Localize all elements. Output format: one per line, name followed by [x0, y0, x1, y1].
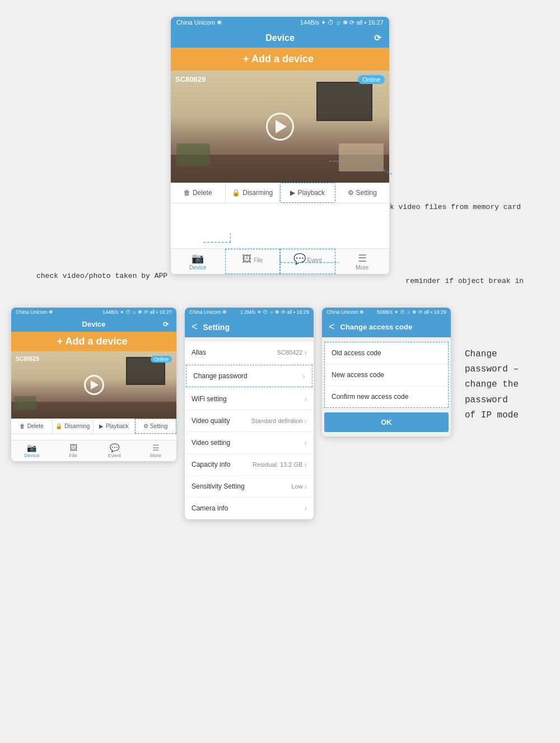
small-nav-bar: 📷 Device 🖼 File 💬 Event ☰ More — [11, 440, 176, 461]
small-setting-btn[interactable]: ⚙ Setting — [135, 419, 177, 434]
nav-file-label: File — [254, 257, 263, 263]
access-screen: China Unicom ❋ 508B/s ✦ ⏱ ☼ ❋ ⟳ all ▪ 16… — [322, 308, 451, 436]
small-spacer — [11, 434, 176, 440]
small-delete-label: Delete — [27, 423, 44, 429]
sensitivity-chevron: › — [304, 482, 307, 491]
playback-label: Playback — [297, 189, 325, 197]
small-status-left: China Unicom ❋ — [16, 309, 53, 315]
ok-label: OK — [381, 418, 392, 426]
small-add-device[interactable]: + Add a device — [11, 332, 176, 351]
trash-icon: 🗑 — [184, 189, 190, 197]
setting-item-sensitivity[interactable]: Sensitivity Setting Low › — [185, 476, 314, 498]
capacity-label: Capacity info — [192, 461, 230, 468]
small-app-header: Device ⟳ — [11, 317, 176, 332]
confirm-access-code-field[interactable]: Confirm new access code — [325, 386, 448, 407]
delete-button[interactable]: 🗑 Delete — [171, 183, 226, 203]
setting-item-video-quality[interactable]: Video quality Standard definition › — [185, 410, 314, 432]
desc-line3: of IP mode — [465, 408, 543, 423]
access-back-icon[interactable]: < — [329, 321, 335, 333]
small-status-bar: China Unicom ❋ 144B/s ✦ ⏱ ☼ ❋ ⟳ all ▪ 16… — [11, 308, 176, 317]
small-nav-file-label: File — [69, 453, 77, 458]
old-access-code-field[interactable]: Old access code — [325, 342, 448, 364]
setting-list: Alias SC80422 › Change password › WiFi s… — [185, 342, 314, 519]
nav-more[interactable]: ☰ More — [335, 249, 390, 274]
small-nav-event[interactable]: 💬 Event — [94, 440, 136, 461]
access-status-right: 508B/s ✦ ⏱ ☼ ❋ ⟳ all ▪ 16:29 — [377, 309, 446, 315]
sensitivity-value: Low › — [291, 482, 307, 491]
bottom-description: Change password – change the password of… — [459, 341, 549, 429]
small-trash-icon: 🗑 — [20, 423, 25, 429]
nav-device-label: Device — [189, 264, 207, 271]
online-badge: Online — [358, 75, 385, 84]
disarming-button[interactable]: 🔒 Disarming — [226, 183, 281, 203]
camera-preview[interactable]: SC80629 Online — [171, 71, 389, 183]
access-header: < Change access code — [322, 317, 451, 337]
app-header: Device ⟳ — [171, 29, 389, 48]
setting-item-wifi[interactable]: WiFi setting › — [185, 388, 314, 410]
password-chevron: › — [302, 372, 305, 380]
small-device-icon: 📷 — [27, 444, 36, 452]
disarm-icon: 🔒 — [232, 189, 240, 197]
nav-event[interactable]: 💬 Event — [280, 249, 335, 274]
small-disarming-label: Disarming — [64, 423, 90, 429]
nav-event-label: Event — [307, 257, 322, 263]
small-online-badge: Online — [151, 356, 172, 363]
event-annotation: reminder if object break in — [405, 277, 524, 285]
nav-file[interactable]: 🖼 File — [225, 249, 281, 274]
small-play-button[interactable] — [84, 375, 104, 395]
setting-item-camera[interactable]: Camera info › — [185, 498, 314, 519]
setting-header: < Setting — [185, 317, 314, 337]
small-camera-preview[interactable]: SC80629 Online — [11, 351, 176, 419]
new-access-code-field[interactable]: New access code — [325, 364, 448, 386]
more-nav-icon: ☰ — [358, 253, 367, 263]
add-device-button[interactable]: + Add a device — [171, 48, 389, 71]
small-nav-device[interactable]: 📷 Device — [11, 440, 53, 461]
event-nav-icon: 💬 — [293, 253, 306, 264]
video-setting-label: Video setting — [192, 439, 230, 447]
play-button[interactable] — [266, 113, 294, 141]
small-playback-label: Playback — [106, 423, 129, 429]
video-quality-label: Video quality — [192, 417, 230, 425]
file-nav-icon: 🖼 — [242, 253, 252, 264]
setting-label: Setting — [356, 189, 377, 197]
small-more-icon: ☰ — [152, 444, 160, 452]
video-quality-value: Standard definition › — [251, 416, 307, 425]
small-nav-more[interactable]: ☰ More — [135, 440, 176, 461]
access-status-left: China Unicom ❋ — [326, 309, 364, 315]
setting-title: Setting — [203, 323, 230, 332]
small-disarm-icon: 🔒 — [55, 423, 62, 429]
small-nav-file[interactable]: 🖼 File — [53, 440, 94, 461]
desc-line2: change the password — [465, 377, 543, 407]
small-disarming-btn[interactable]: 🔒 Disarming — [53, 419, 94, 434]
setting-item-video-setting[interactable]: Video setting › — [185, 432, 314, 454]
small-delete-btn[interactable]: 🗑 Delete — [11, 419, 53, 434]
small-nav-device-label: Device — [24, 453, 40, 458]
small-phone-frame: China Unicom ❋ 144B/s ✦ ⏱ ☼ ❋ ⟳ all ▪ 16… — [11, 308, 176, 461]
alias-chevron: › — [304, 348, 307, 357]
refresh-icon[interactable]: ⟳ — [374, 33, 381, 43]
desc-line1: Change password – — [465, 347, 543, 377]
password-label: Change password — [193, 372, 248, 380]
small-play-icon — [91, 380, 99, 389]
action-bar: 🗑 Delete 🔒 Disarming ▶ Playback ⚙ Settin… — [171, 183, 389, 203]
setting-button[interactable]: ⚙ Setting — [335, 183, 390, 203]
back-arrow-icon[interactable]: < — [192, 321, 198, 333]
access-form: Old access code New access code Confirm … — [324, 342, 449, 408]
small-refresh-icon[interactable]: ⟳ — [163, 321, 169, 328]
top-section: China Unicom ❋ 144B/s ✦ ⏱ ☼ ❋ ⟳ all ▪ 16… — [28, 17, 532, 296]
play-icon — [276, 120, 287, 133]
small-action-bar: 🗑 Delete 🔒 Disarming ▶ Playback ⚙ Settin… — [11, 419, 176, 434]
ok-button[interactable]: OK — [324, 412, 449, 432]
setting-item-password[interactable]: Change password › — [186, 365, 312, 387]
playback-button[interactable]: ▶ Playback — [280, 183, 335, 203]
content-area — [171, 203, 389, 248]
setting-item-alias[interactable]: Alias SC80422 › — [185, 342, 314, 364]
setting-status-left: China Unicom ❋ — [189, 309, 227, 315]
sensitivity-label: Sensitivity Setting — [192, 482, 245, 490]
nav-device[interactable]: 📷 Device — [171, 249, 225, 274]
wifi-chevron: › — [304, 394, 307, 403]
small-playback-btn[interactable]: ▶ Playback — [94, 419, 135, 434]
alias-label: Alias — [192, 349, 206, 356]
small-nav-more-label: More — [150, 453, 162, 458]
setting-item-capacity[interactable]: Capacity info Residual: 13.2 GB › — [185, 454, 314, 476]
